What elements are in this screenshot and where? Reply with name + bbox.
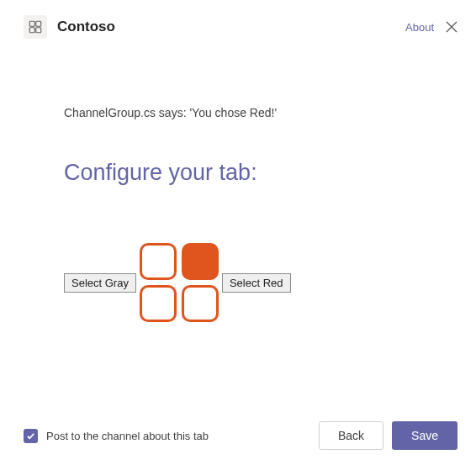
svg-rect-1 [36,21,41,26]
svg-rect-0 [29,21,34,26]
color-chooser: Select Gray Select Red [64,243,457,322]
tile-grid-icon [140,243,219,322]
app-title: Contoso [57,18,115,35]
app-icon [24,15,47,39]
tab-config-dialog: Contoso About ChannelGroup.cs says: 'You… [0,0,476,465]
footer-right: Back Save [319,421,457,450]
back-button[interactable]: Back [319,421,383,450]
dialog-content: ChannelGroup.cs says: 'You chose Red!' C… [24,106,457,411]
post-to-channel-checkbox[interactable] [24,429,38,443]
status-message: ChannelGroup.cs says: 'You chose Red!' [64,106,457,119]
close-icon[interactable] [446,21,457,33]
svg-rect-3 [36,28,41,33]
header-right: About [405,21,457,34]
about-link[interactable]: About [405,21,434,34]
tile-bottom-right [182,285,219,322]
header-left: Contoso [24,15,115,39]
tile-bottom-left [140,285,177,322]
footer-left: Post to the channel about this tab [24,429,209,443]
svg-rect-2 [29,28,34,33]
select-gray-button[interactable]: Select Gray [64,273,136,293]
select-red-button[interactable]: Select Red [222,273,291,293]
tile-top-right [182,243,219,280]
dialog-footer: Post to the channel about this tab Back … [24,411,457,450]
save-button[interactable]: Save [392,421,457,450]
post-to-channel-label: Post to the channel about this tab [46,430,209,442]
configure-heading: Configure your tab: [64,160,457,186]
tile-top-left [140,243,177,280]
dialog-header: Contoso About [24,15,457,39]
